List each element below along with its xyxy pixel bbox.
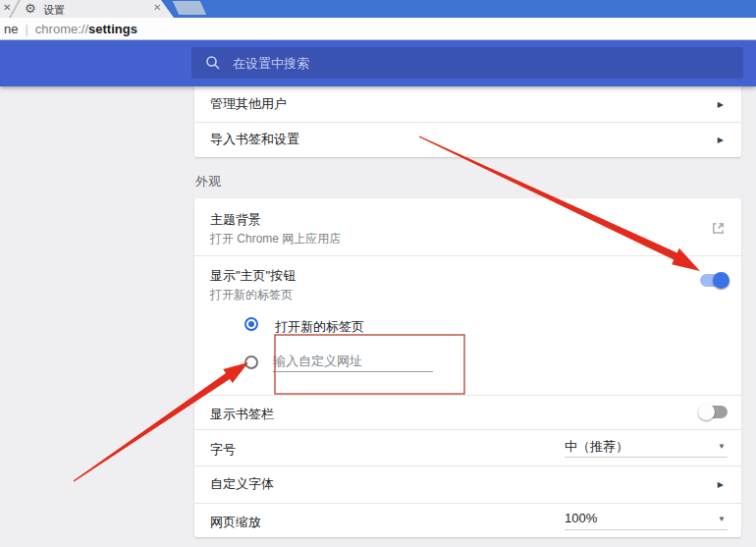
row-title: 网页缩放 xyxy=(210,514,261,531)
row-title: 显示书签栏 xyxy=(210,406,274,423)
chevron-right-icon: ▶ xyxy=(718,136,724,144)
radio-new-tab-page-label: 打开新的标签页 xyxy=(275,318,364,336)
toggle-knob xyxy=(713,272,729,289)
appearance-card: 主题背景 打开 Chrome 网上应用店 显示"主页"按钮 打开新的标签页 打开… xyxy=(194,198,741,537)
tab-strip: ✕ ⚙ 设置 ✕ xyxy=(0,0,756,18)
row-label: 自定义字体 xyxy=(210,475,718,493)
chevron-right-icon: ▶ xyxy=(718,480,724,489)
chevron-down-icon: ▼ xyxy=(718,442,726,451)
tab-title: 设置 xyxy=(43,3,65,18)
gear-icon: ⚙ xyxy=(25,0,36,18)
tab-close-icon[interactable]: ✕ xyxy=(153,2,161,13)
tab-settings[interactable]: ✕ ⚙ 设置 ✕ xyxy=(0,0,174,18)
chevron-down-icon: ▼ xyxy=(718,515,726,523)
row-import-bookmarks[interactable]: 导入书签和设置 ▶ xyxy=(194,122,741,157)
row-title: 显示"主页"按钮 xyxy=(210,267,296,285)
address-bar[interactable]: ne | chrome:// settings xyxy=(0,18,756,40)
settings-search-box[interactable] xyxy=(191,47,743,79)
page-zoom-value: 100% xyxy=(565,511,597,525)
toggle-knob xyxy=(698,404,715,420)
row-manage-other-users[interactable]: 管理其他用户 ▶ xyxy=(194,86,741,122)
page-zoom-select[interactable]: 100% ▼ xyxy=(565,511,728,530)
people-card: 管理其他用户 ▶ 导入书签和设置 ▶ xyxy=(194,86,741,157)
chrome-settings-window: ✕ ⚙ 设置 ✕ ne | chrome:// settings 管理其他用户 … xyxy=(0,0,756,547)
search-icon xyxy=(205,55,221,71)
url-separator: | xyxy=(25,22,27,36)
row-font-size: 字号 中（推荐） ▼ xyxy=(194,429,741,465)
font-size-value: 中（推荐） xyxy=(565,439,628,454)
section-title-appearance: 外观 xyxy=(195,173,221,191)
chevron-right-icon: ▶ xyxy=(718,100,724,109)
row-theme[interactable]: 主题背景 打开 Chrome 网上应用店 xyxy=(194,198,741,255)
url-fragment: ne xyxy=(4,22,18,36)
custom-url-input[interactable] xyxy=(273,351,433,372)
row-label: 导入书签和设置 xyxy=(210,131,718,148)
url-scheme: chrome:// xyxy=(35,22,88,36)
bookmarks-bar-toggle[interactable] xyxy=(700,406,728,418)
row-subtitle: 打开新的标签页 xyxy=(210,287,293,303)
row-title: 字号 xyxy=(210,441,236,459)
row-page-zoom: 网页缩放 100% ▼ xyxy=(194,503,741,537)
new-tab-button[interactable] xyxy=(173,1,207,15)
url-host: settings xyxy=(88,22,137,36)
external-link-icon[interactable] xyxy=(711,221,726,236)
row-title: 主题背景 xyxy=(210,211,261,229)
row-customize-fonts[interactable]: 自定义字体 ▶ xyxy=(194,465,741,503)
font-size-select[interactable]: 中（推荐） ▼ xyxy=(565,438,728,458)
settings-search-input[interactable] xyxy=(233,56,704,71)
settings-header xyxy=(0,40,756,86)
row-show-home-button: 显示"主页"按钮 打开新的标签页 xyxy=(194,255,741,304)
radio-new-tab-page[interactable] xyxy=(244,317,258,331)
row-show-bookmarks-bar: 显示书签栏 xyxy=(194,395,741,429)
row-label: 管理其他用户 xyxy=(210,95,718,113)
radio-custom-url[interactable] xyxy=(244,356,258,369)
row-subtitle: 打开 Chrome 网上应用店 xyxy=(210,231,341,247)
close-icon[interactable]: ✕ xyxy=(3,2,11,14)
home-button-toggle[interactable] xyxy=(700,274,728,287)
